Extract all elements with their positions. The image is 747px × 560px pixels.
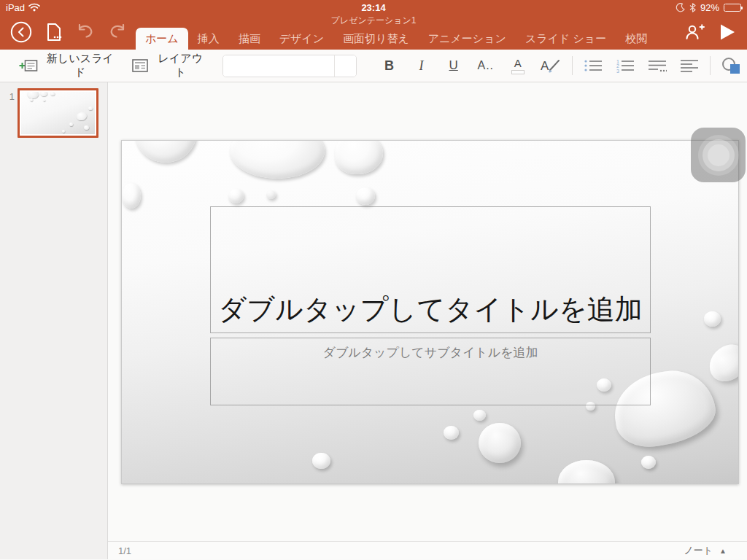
water-droplet xyxy=(558,460,615,484)
highlight-pen-button[interactable]: A xyxy=(540,53,562,78)
svg-text:3: 3 xyxy=(616,69,619,74)
font-color-button[interactable]: A xyxy=(508,53,528,78)
clock: 23:14 xyxy=(0,2,747,13)
battery-icon xyxy=(724,4,741,12)
new-slide-label: 新しいスライド xyxy=(44,52,116,79)
slide-thumbnail-1[interactable] xyxy=(18,88,98,138)
water-droplet xyxy=(356,187,375,205)
font-controls xyxy=(222,55,357,77)
bold-button[interactable]: B xyxy=(379,53,400,78)
line-spacing-button[interactable] xyxy=(647,53,667,78)
water-droplet xyxy=(312,453,330,469)
slide-canvas[interactable]: ダブルタップしてタイトルを追加 ダブルタップしてサブタイトルを追加 xyxy=(121,140,739,484)
ios-status-bar: iPad 23:14 92% xyxy=(0,0,747,15)
assistive-touch-button[interactable] xyxy=(691,128,746,182)
status-footer: 1/1 ノート ▲ xyxy=(108,541,747,559)
subtitle-placeholder[interactable]: ダブルタップしてサブタイトルを追加 xyxy=(210,338,651,405)
water-droplet xyxy=(335,140,383,174)
home-toolbar: 新しいスライド レイアウト B I U A.. A A xyxy=(0,50,747,82)
water-droplet xyxy=(444,426,459,440)
chevron-up-icon: ▲ xyxy=(719,547,727,555)
tab-home[interactable]: ホーム xyxy=(136,28,188,50)
title-placeholder-text: ダブルタップしてタイトルを追加 xyxy=(211,291,650,332)
title-placeholder[interactable]: ダブルタップしてタイトルを追加 xyxy=(210,206,651,333)
numbered-list-button[interactable]: 1 2 3 xyxy=(615,53,635,78)
insert-shape-button[interactable] xyxy=(721,53,741,78)
underline-button[interactable]: U xyxy=(444,53,464,78)
water-droplet xyxy=(641,456,656,469)
tab-insert[interactable]: 挿入 xyxy=(188,28,229,50)
water-droplet xyxy=(479,423,521,463)
bullet-list-button[interactable] xyxy=(583,53,603,78)
assistive-touch-core xyxy=(708,144,729,166)
editing-canvas: ダブルタップしてタイトルを追加 ダブルタップしてサブタイトルを追加 xyxy=(108,82,747,541)
water-droplet xyxy=(122,183,141,209)
tab-slideshow[interactable]: スライド ショー xyxy=(516,28,616,50)
water-droplet xyxy=(703,339,739,387)
bluetooth-icon xyxy=(689,3,696,12)
ribbon-bar: プレゼンテーション1 ホーム xyxy=(0,15,747,50)
water-droplet xyxy=(473,410,486,421)
tab-review[interactable]: 校閲 xyxy=(616,28,657,50)
battery-percent: 92% xyxy=(700,2,719,13)
svg-text:A: A xyxy=(541,59,549,73)
text-effects-button[interactable]: A.. xyxy=(476,53,496,78)
new-slide-icon xyxy=(19,58,38,73)
water-droplet xyxy=(266,190,276,199)
tab-draw[interactable]: 描画 xyxy=(229,28,270,50)
moon-icon xyxy=(676,3,685,12)
water-droplet xyxy=(135,140,196,163)
font-name-input[interactable] xyxy=(223,55,334,77)
slide-counter: 1/1 xyxy=(118,545,131,556)
layout-button[interactable]: レイアウト xyxy=(132,52,206,79)
tab-transitions[interactable]: 画面切り替え xyxy=(333,28,419,50)
document-title: プレゼンテーション1 xyxy=(0,15,747,27)
water-droplet xyxy=(228,189,244,203)
align-button[interactable] xyxy=(679,53,700,78)
thumbnail-row: 1 xyxy=(0,88,107,138)
font-size-input[interactable] xyxy=(334,55,357,77)
notes-label: ノート xyxy=(684,544,713,557)
water-droplet xyxy=(230,140,325,179)
tab-animations[interactable]: アニメーション xyxy=(419,28,516,50)
notes-toggle-button[interactable]: ノート ▲ xyxy=(684,544,727,557)
thumbnail-number: 1 xyxy=(0,88,18,138)
layout-label: レイアウト xyxy=(155,52,206,79)
assistive-touch-ring-outer xyxy=(698,135,739,176)
slide-thumbnail-panel: 1 xyxy=(0,82,108,559)
font-color-swatch xyxy=(511,70,525,74)
layout-icon xyxy=(132,59,148,72)
new-slide-button[interactable]: 新しいスライド xyxy=(19,52,116,79)
water-droplet xyxy=(704,311,721,327)
subtitle-placeholder-text: ダブルタップしてサブタイトルを追加 xyxy=(323,338,538,405)
italic-button[interactable]: I xyxy=(411,53,432,78)
assistive-touch-ring-inner xyxy=(703,139,735,171)
font-color-letter: A xyxy=(514,57,522,69)
tab-design[interactable]: デザイン xyxy=(270,28,333,50)
